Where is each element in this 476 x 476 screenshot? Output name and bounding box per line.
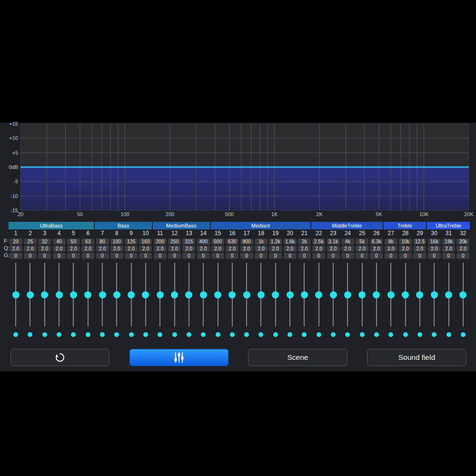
band-gain-value[interactable]: 0 <box>255 253 268 259</box>
band-slider[interactable] <box>312 263 326 341</box>
band-frequency-value[interactable]: 160 <box>139 238 152 245</box>
band-gain-value[interactable]: 0 <box>154 253 167 259</box>
band-frequency-value[interactable]: 125 <box>125 238 138 245</box>
band-gain-value[interactable]: 0 <box>385 253 397 259</box>
band-gain-value[interactable]: 0 <box>356 253 368 259</box>
band-gain-value[interactable]: 0 <box>269 253 282 259</box>
band-frequency-value[interactable]: 18k <box>442 238 455 245</box>
band-gain-value[interactable]: 0 <box>428 253 441 259</box>
band-frequency-value[interactable]: 200 <box>154 238 167 245</box>
band-q-value[interactable]: 2.0 <box>182 246 195 252</box>
band-q-value[interactable]: 2.0 <box>53 246 66 252</box>
band-slider[interactable] <box>167 263 181 341</box>
slider-knob[interactable] <box>445 291 452 298</box>
band-q-value[interactable]: 2.0 <box>413 246 426 252</box>
band-slider[interactable] <box>326 263 340 341</box>
band-q-value[interactable]: 2.0 <box>341 246 354 252</box>
band-slider[interactable] <box>413 263 427 341</box>
band-q-value[interactable]: 2.0 <box>269 246 282 252</box>
slider-knob[interactable] <box>287 291 294 298</box>
band-q-value[interactable]: 2.0 <box>226 246 238 252</box>
slider-knob[interactable] <box>12 291 20 298</box>
band-gain-value[interactable]: 0 <box>182 253 195 259</box>
reset-button[interactable] <box>10 349 109 366</box>
slider-knob[interactable] <box>258 291 265 298</box>
slider-knob[interactable] <box>41 291 48 298</box>
sound-field-button[interactable]: Sound field <box>367 349 466 366</box>
band-gain-value[interactable]: 0 <box>197 253 210 259</box>
slider-knob[interactable] <box>157 291 164 298</box>
band-frequency-value[interactable]: 1.2k <box>269 238 282 245</box>
band-frequency-value[interactable]: 2.5k <box>312 238 325 245</box>
band-frequency-value[interactable]: 12.5 <box>413 238 426 245</box>
slider-knob[interactable] <box>171 291 178 298</box>
band-q-value[interactable]: 2.0 <box>125 246 138 252</box>
band-frequency-value[interactable]: 1k <box>255 238 268 245</box>
band-slider[interactable] <box>268 263 283 341</box>
band-q-value[interactable]: 2.0 <box>428 246 441 252</box>
band-frequency-value[interactable]: 4k <box>341 238 354 245</box>
slider-knob[interactable] <box>373 291 380 298</box>
band-q-value[interactable]: 2.0 <box>456 246 469 252</box>
band-gain-value[interactable]: 0 <box>67 253 80 259</box>
slider-knob[interactable] <box>402 291 409 298</box>
band-frequency-value[interactable]: 1.6k <box>284 238 297 245</box>
band-slider[interactable] <box>427 263 441 341</box>
slider-knob[interactable] <box>301 291 308 298</box>
band-gain-value[interactable]: 0 <box>442 253 455 259</box>
band-q-value[interactable]: 2.0 <box>96 246 109 252</box>
band-slider[interactable] <box>340 263 355 341</box>
slider-knob[interactable] <box>70 291 77 298</box>
slider-knob[interactable] <box>344 291 351 298</box>
band-gain-value[interactable]: 0 <box>38 253 51 259</box>
band-q-value[interactable]: 2.0 <box>24 246 37 252</box>
slider-knob[interactable] <box>416 291 423 298</box>
band-gain-value[interactable]: 0 <box>341 253 354 259</box>
band-q-value[interactable]: 2.0 <box>110 246 123 252</box>
band-frequency-value[interactable]: 63 <box>81 238 94 245</box>
band-gain-value[interactable]: 0 <box>399 253 412 259</box>
band-gain-value[interactable]: 0 <box>10 253 22 259</box>
band-q-value[interactable]: 2.0 <box>67 246 80 252</box>
slider-knob[interactable] <box>128 291 135 298</box>
band-q-value[interactable]: 2.0 <box>81 246 94 252</box>
band-q-value[interactable]: 2.0 <box>10 246 22 252</box>
band-q-value[interactable]: 2.0 <box>442 246 455 252</box>
band-slider[interactable] <box>81 263 95 341</box>
band-slider[interactable] <box>355 263 369 341</box>
band-frequency-value[interactable]: 16k <box>428 238 441 245</box>
band-slider[interactable] <box>369 263 384 341</box>
slider-knob[interactable] <box>358 291 366 298</box>
band-slider[interactable] <box>182 263 196 341</box>
band-slider[interactable] <box>456 263 470 341</box>
scene-button[interactable]: Scene <box>248 349 347 366</box>
slider-knob[interactable] <box>214 291 221 298</box>
band-slider[interactable] <box>23 263 37 341</box>
band-gain-value[interactable]: 0 <box>125 253 138 259</box>
band-gain-value[interactable]: 0 <box>327 253 340 259</box>
band-gain-value[interactable]: 0 <box>240 253 253 259</box>
band-gain-value[interactable]: 0 <box>312 253 325 259</box>
band-slider[interactable] <box>384 263 398 341</box>
band-gain-value[interactable]: 0 <box>168 253 181 259</box>
band-q-value[interactable]: 2.0 <box>298 246 311 252</box>
band-frequency-value[interactable]: 400 <box>197 238 210 245</box>
band-frequency-value[interactable]: 20 <box>10 238 22 245</box>
band-gain-value[interactable]: 0 <box>96 253 109 259</box>
equalizer-button[interactable] <box>129 349 228 366</box>
band-slider[interactable] <box>254 263 268 341</box>
band-frequency-value[interactable]: 100 <box>110 238 123 245</box>
band-gain-value[interactable]: 0 <box>110 253 123 259</box>
band-q-value[interactable]: 2.0 <box>197 246 210 252</box>
band-frequency-value[interactable]: 630 <box>226 238 238 245</box>
band-frequency-value[interactable]: 6.3k <box>370 238 383 245</box>
slider-knob[interactable] <box>387 291 395 298</box>
band-q-value[interactable]: 2.0 <box>356 246 368 252</box>
band-slider[interactable] <box>66 263 80 341</box>
slider-knob[interactable] <box>315 291 322 298</box>
slider-knob[interactable] <box>113 291 120 298</box>
band-slider[interactable] <box>441 263 456 341</box>
band-frequency-value[interactable]: 20k <box>456 238 469 245</box>
band-q-value[interactable]: 2.0 <box>255 246 268 252</box>
band-frequency-value[interactable]: 2k <box>298 238 311 245</box>
